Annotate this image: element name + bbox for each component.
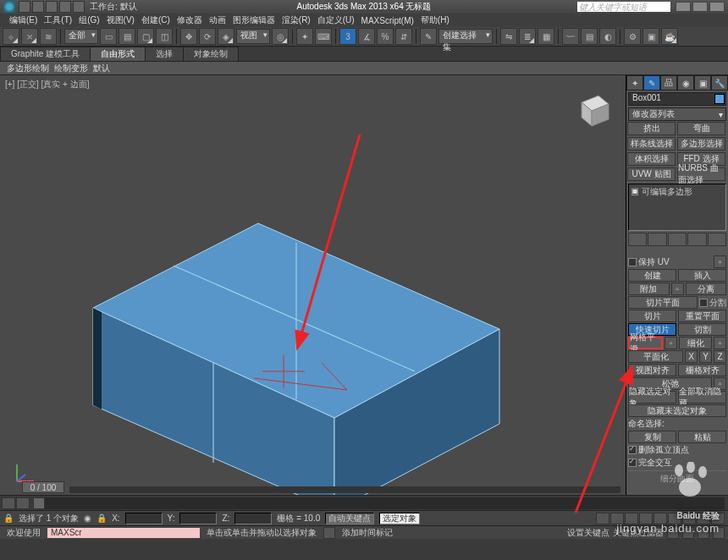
select-link-icon[interactable]: ⟐: [3, 28, 19, 45]
object-name-field[interactable]: Box001: [628, 92, 726, 106]
time-slider-thumb[interactable]: 0 / 100: [22, 481, 64, 493]
create-button[interactable]: 创建: [628, 269, 676, 282]
tab-motion-icon[interactable]: ◉: [677, 75, 694, 91]
planar-z-button[interactable]: Z: [714, 350, 726, 363]
planar-x-button[interactable]: X: [685, 350, 698, 363]
nav-fov-icon[interactable]: [682, 527, 694, 539]
tab-display-icon[interactable]: ▣: [694, 75, 711, 91]
ribbon-sub-polydraw[interactable]: 多边形绘制: [7, 63, 49, 74]
object-color-swatch[interactable]: [714, 94, 725, 104]
detach-button[interactable]: 分离: [686, 283, 727, 295]
cut-button[interactable]: 切割: [678, 323, 726, 336]
menu-maxscript[interactable]: MAXScript(M): [359, 16, 416, 25]
nav-pan-icon[interactable]: [682, 513, 696, 524]
percent-snap-icon[interactable]: %: [377, 28, 394, 45]
nav-goto-end-icon[interactable]: [654, 513, 667, 524]
modifier-stack[interactable]: ▣ 可编辑多边形: [628, 184, 726, 231]
sel-lock-icon[interactable]: 🔒: [97, 513, 107, 523]
key-filters-button[interactable]: 关键点过滤器: [613, 527, 664, 539]
view-align-button[interactable]: 视图对齐: [628, 364, 676, 376]
menu-customize[interactable]: 自定义(U): [315, 14, 357, 26]
mirror-icon[interactable]: ⇋: [500, 28, 517, 45]
track-ruler[interactable]: [33, 497, 725, 509]
tess-settings-icon[interactable]: ▫: [714, 337, 726, 349]
nav-pan2-icon[interactable]: [698, 527, 709, 539]
keyboard-shortcut-icon[interactable]: ⌨: [315, 28, 332, 45]
align-icon[interactable]: ≣: [519, 28, 536, 45]
material-editor-icon[interactable]: ◐: [599, 28, 616, 45]
layer-manager-icon[interactable]: ▦: [538, 28, 554, 45]
qat-save-icon[interactable]: [46, 1, 58, 13]
lock-icon[interactable]: 🔒: [3, 513, 14, 523]
select-move-icon[interactable]: ✥: [180, 28, 197, 45]
nav-maximize-icon[interactable]: [711, 513, 725, 524]
remove-mod-icon[interactable]: [687, 233, 706, 246]
tab-modify-icon[interactable]: ✎: [643, 75, 660, 91]
nav-zoom-icon[interactable]: [668, 513, 681, 524]
snap-toggle-icon[interactable]: 3: [339, 28, 356, 45]
render-setup-icon[interactable]: ⚙: [624, 28, 641, 45]
menu-rendering[interactable]: 渲染(R): [279, 14, 313, 26]
mod-nurbs-sel[interactable]: NURBS 曲面选择: [677, 167, 725, 181]
selection-filter-combo[interactable]: 全部: [64, 29, 98, 44]
named-sel-combo[interactable]: 创建选择集: [438, 29, 493, 44]
isolate-icon[interactable]: ◉: [84, 513, 91, 523]
configure-sets-icon[interactable]: [708, 233, 726, 246]
full-interactive-checkbox[interactable]: [628, 458, 637, 467]
qat-redo-icon[interactable]: [73, 1, 85, 13]
nav-zoom-ext-icon[interactable]: [667, 527, 679, 539]
key-filter-combo[interactable]: 选定对象: [379, 513, 420, 524]
maxscript-listener[interactable]: MAXScr: [47, 528, 200, 538]
z-coord-field[interactable]: [234, 513, 272, 524]
select-rotate-icon[interactable]: ⟳: [199, 28, 216, 45]
comm-center-icon[interactable]: [323, 527, 335, 539]
ribbon-sub-default[interactable]: 默认: [93, 63, 110, 74]
select-scale-icon[interactable]: ◈: [218, 28, 234, 45]
subdivision-rollout-header[interactable]: 细分曲面: [628, 470, 726, 485]
use-center-icon[interactable]: ◎: [272, 28, 289, 45]
tab-selection[interactable]: 选择: [145, 47, 184, 61]
mod-poly-sel[interactable]: 多边形选择: [677, 137, 725, 151]
tab-hierarchy-icon[interactable]: 品: [660, 75, 677, 91]
planar-y-button[interactable]: Y: [699, 350, 712, 363]
qat-new-icon[interactable]: [19, 1, 30, 13]
select-icon[interactable]: ▭: [100, 28, 117, 45]
attach-button[interactable]: 附加: [628, 283, 670, 295]
show-result-icon[interactable]: [648, 233, 666, 246]
menu-create[interactable]: 创建(C): [139, 14, 173, 26]
pin-stack-icon[interactable]: [628, 233, 647, 246]
copy-button[interactable]: 复制: [628, 431, 676, 443]
qat-undo-icon[interactable]: [59, 1, 71, 13]
nav-walk-icon[interactable]: [713, 527, 725, 539]
make-unique-icon[interactable]: [668, 233, 687, 246]
curve-editor-icon[interactable]: 〰: [562, 28, 579, 45]
menu-group[interactable]: 组(G): [76, 14, 102, 26]
spinner-snap-icon[interactable]: ⇵: [395, 28, 412, 45]
minimize-icon[interactable]: [676, 2, 691, 12]
msmooth-button[interactable]: 网格平滑: [628, 337, 663, 349]
keep-uv-checkbox[interactable]: [628, 258, 637, 266]
mod-extrude[interactable]: 挤出: [627, 122, 676, 135]
nav-prev-icon[interactable]: [610, 513, 624, 524]
x-coord-field[interactable]: [125, 513, 163, 524]
mod-spline-sel[interactable]: 样条线选择: [627, 137, 676, 151]
nav-play-icon[interactable]: [625, 513, 638, 524]
mod-bend[interactable]: 弯曲: [677, 122, 725, 135]
schematic-view-icon[interactable]: ▤: [581, 28, 598, 45]
slice-button[interactable]: 切片: [628, 310, 676, 322]
hide-selected-button[interactable]: 隐藏选定对象: [628, 391, 676, 404]
hide-unselected-button[interactable]: 隐藏未选定对象: [628, 404, 726, 417]
close-icon[interactable]: [709, 2, 725, 12]
angle-snap-icon[interactable]: ∡: [358, 28, 375, 45]
tab-object-paint[interactable]: 对象绘制: [183, 47, 239, 61]
render-icon[interactable]: ☕: [661, 28, 678, 45]
modifier-list-combo[interactable]: 修改器列表: [628, 107, 726, 121]
rendered-frame-icon[interactable]: ▣: [643, 28, 659, 45]
set-key-button[interactable]: 设置关键点: [567, 527, 609, 539]
menu-modifiers[interactable]: 修改器: [174, 14, 205, 26]
nav-next-icon[interactable]: [639, 513, 653, 524]
tab-freeform[interactable]: 自由形式: [90, 47, 146, 61]
delete-iso-checkbox[interactable]: [628, 446, 637, 454]
viewport[interactable]: [+] [正交] [真实 + 边面]: [0, 75, 626, 495]
ribbon-sub-paintdeform[interactable]: 绘制变形: [54, 63, 88, 74]
